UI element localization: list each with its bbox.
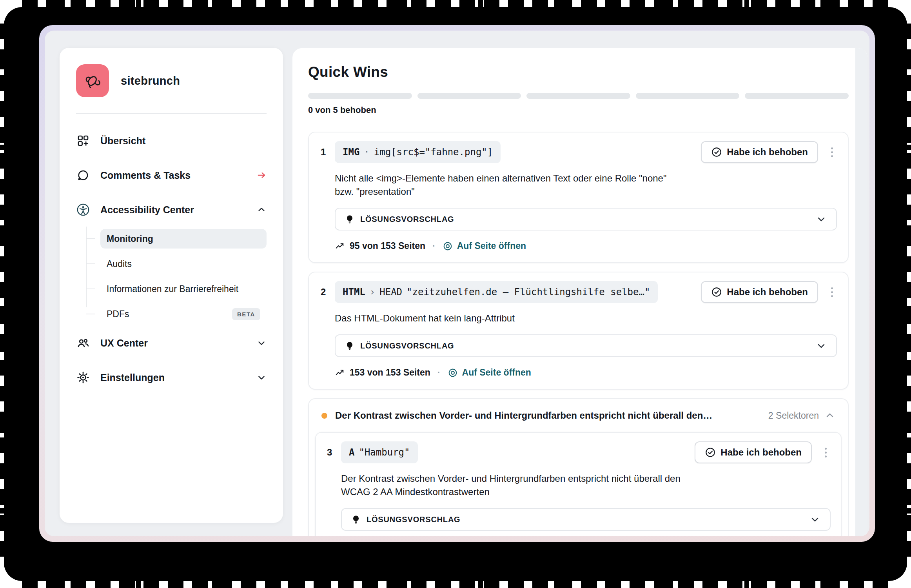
sidebar-item-label: Comments & Tasks: [100, 170, 256, 181]
issue-group-contrast: Der Kontrast zwischen Vorder- und Hinter…: [308, 398, 849, 536]
dot-separator: ·: [432, 241, 436, 251]
selector-text: "zeitzuhelfen.de – Flüchtlingshilfe selb…: [407, 287, 650, 298]
issue-description: Das HTML-Dokument hat kein lang-Attribut: [335, 312, 676, 325]
lightbulb-icon: [351, 515, 361, 524]
issue-description: Nicht alle <img>-Elemente haben einen al…: [335, 172, 676, 198]
dashboard-icon: [76, 134, 90, 147]
brand-name: sitebrunch: [121, 74, 180, 87]
check-circle-icon: [711, 147, 722, 158]
pixel-teeth-left: [0, 24, 4, 564]
fixed-button[interactable]: Habe ich behoben: [701, 281, 818, 303]
sidebar-item-ux-center[interactable]: UX Center: [76, 333, 267, 353]
beta-badge: BETA: [232, 308, 260, 320]
chevron-down-icon: [816, 340, 827, 351]
sidebar-subitem-label: Informationen zur Barrierefreiheit: [107, 284, 260, 294]
group-header[interactable]: Der Kontrast zwischen Vorder- und Hinter…: [315, 407, 842, 424]
scrollbar-track[interactable]: [855, 48, 867, 536]
progress-segment: [636, 93, 740, 99]
progress-segment: [308, 93, 412, 99]
selector-count: 2 Selektoren: [768, 410, 819, 421]
trending-up-icon: [335, 368, 345, 378]
brand: sitebrunch: [76, 64, 267, 97]
fixed-button[interactable]: Habe ich behoben: [695, 441, 812, 463]
lightbulb-icon: [345, 341, 354, 350]
lightbulb-icon: [345, 214, 354, 224]
quick-win-card-2: 2 HTML › HEAD "zeitzuhelfen.de – Flüchtl…: [308, 272, 849, 390]
arrow-right-icon: [256, 170, 267, 180]
sidebar-item-informationen[interactable]: Informationen zur Barrierefreiheit: [100, 279, 267, 299]
fixed-button-label: Habe ich behoben: [720, 447, 802, 458]
issue-description: Der Kontrast zwischen Vorder- und Hinter…: [341, 472, 682, 499]
sidebar-divider: [76, 113, 267, 114]
selector-separator: ›: [370, 287, 375, 298]
page-title: Quick Wins: [308, 64, 849, 80]
sidebar-item-label: Accessibility Center: [100, 204, 256, 216]
suggestion-accordion[interactable]: LÖSUNGSVORSCHLAG: [335, 208, 837, 230]
pages-count: 95 von 153 Seiten: [350, 241, 425, 251]
selector-chip: IMG · img[src$="fahne.png"]: [335, 141, 501, 163]
sidebar-nav: Übersicht Comments & Tasks: [76, 131, 267, 387]
pages-count: 153 von 153 Seiten: [350, 367, 430, 378]
group-title: Der Kontrast zwischen Vorder- und Hinter…: [335, 410, 768, 421]
sidebar-subitem-label: Audits: [107, 259, 260, 269]
target-icon: [448, 368, 458, 378]
chevron-down-icon[interactable]: [256, 372, 267, 383]
progress-segment: [417, 93, 521, 99]
quick-win-card-3: 3 A "Hamburg": [315, 432, 842, 536]
target-icon: [443, 241, 453, 251]
sidebar-item-uebersicht[interactable]: Übersicht: [76, 131, 267, 151]
sidebar-item-label: Übersicht: [100, 135, 267, 147]
gear-icon: [76, 371, 90, 384]
accessibility-icon: [76, 203, 90, 216]
sidebar-item-label: Einstellungen: [100, 372, 256, 383]
warning-dot-icon: [321, 413, 327, 419]
sidebar: sitebrunch Übersicht: [60, 48, 283, 523]
sidebar-subitem-label: Monitoring: [107, 234, 260, 244]
suggestion-accordion[interactable]: LÖSUNGSVORSCHLAG: [335, 334, 837, 357]
progress-caption: 0 von 5 behoben: [308, 105, 849, 115]
card-number: 2: [321, 287, 335, 298]
progress-track: [308, 93, 849, 99]
chevron-down-icon[interactable]: [256, 338, 267, 348]
card-number: 1: [321, 147, 335, 158]
selector-chip: A "Hamburg": [341, 441, 418, 463]
open-on-page-label: Auf Seite öffnen: [462, 367, 531, 378]
suggestion-label: LÖSUNGSVORSCHLAG: [367, 515, 809, 524]
kebab-menu-icon[interactable]: [827, 144, 837, 160]
check-circle-icon: [705, 447, 716, 458]
chat-bubble-icon: [76, 169, 90, 181]
open-on-page-link[interactable]: Auf Seite öffnen: [448, 367, 531, 378]
progress-segment: [745, 93, 849, 99]
kebab-menu-icon[interactable]: [820, 445, 831, 460]
suggestion-accordion[interactable]: LÖSUNGSVORSCHLAG: [341, 508, 831, 531]
sidebar-item-einstellungen[interactable]: Einstellungen: [76, 368, 267, 387]
kebab-menu-icon[interactable]: [827, 284, 837, 300]
fixed-button[interactable]: Habe ich behoben: [701, 141, 818, 163]
sidebar-item-label: UX Center: [100, 338, 256, 349]
quick-win-card-1: 1 IMG · img[src$="fahne.png"]: [308, 132, 849, 263]
fixed-button-label: Habe ich behoben: [727, 147, 808, 158]
sidebar-subitem-label: PDFs: [107, 309, 232, 319]
suggestion-label: LÖSUNGSVORSCHLAG: [360, 215, 816, 224]
users-icon: [76, 336, 90, 350]
open-on-page-link[interactable]: Auf Seite öffnen: [443, 241, 526, 251]
chevron-up-icon[interactable]: [256, 205, 267, 215]
sidebar-item-accessibility-center[interactable]: Accessibility Center: [76, 200, 267, 220]
sidebar-item-comments-tasks[interactable]: Comments & Tasks: [76, 165, 267, 185]
selector-chip: HTML › HEAD "zeitzuhelfen.de – Flüchtlin…: [335, 281, 658, 303]
trending-up-icon: [335, 241, 345, 251]
pixel-teeth-top: [22, 0, 889, 7]
selector-text: "Hamburg": [359, 447, 410, 458]
chevron-down-icon: [809, 514, 820, 525]
progress-segment: [526, 93, 630, 99]
accessibility-subtree: Monitoring Audits Informationen zur Barr…: [76, 229, 267, 324]
sidebar-item-pdfs[interactable]: PDFs BETA: [100, 304, 267, 324]
sidebar-item-audits[interactable]: Audits: [100, 254, 267, 274]
sidebar-item-monitoring[interactable]: Monitoring: [100, 229, 267, 249]
dot-separator: ·: [437, 367, 441, 378]
open-on-page-label: Auf Seite öffnen: [457, 241, 526, 251]
chevron-up-icon[interactable]: [824, 410, 835, 421]
main-content: Quick Wins 0 von 5 behoben 1 IMG · img[s…: [308, 48, 849, 536]
fixed-button-label: Habe ich behoben: [727, 287, 808, 298]
pixel-teeth-right: [907, 24, 911, 564]
